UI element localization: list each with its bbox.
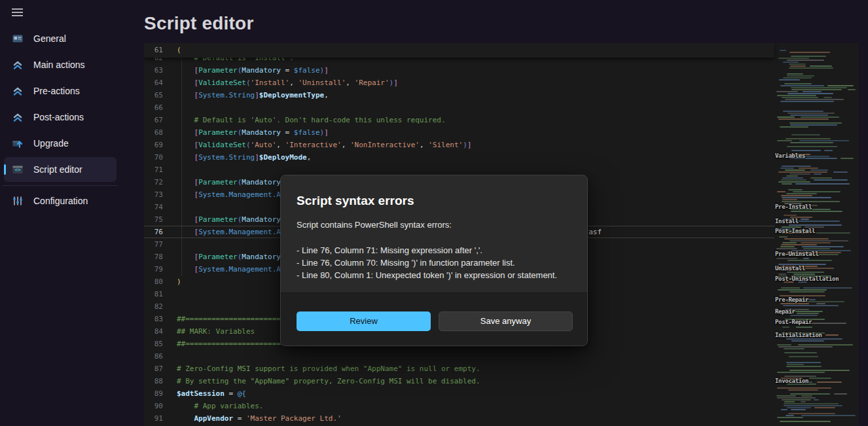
sidebar-item-script-editor[interactable]: <>Script editor xyxy=(0,156,119,183)
line-number: 86 xyxy=(144,350,172,363)
minimap-code-line xyxy=(791,87,847,88)
line-number: 89 xyxy=(144,387,172,400)
minimap-code-line xyxy=(786,366,822,367)
minimap-code-line xyxy=(817,382,842,383)
sidebar-item-post-actions[interactable]: Post-actions xyxy=(0,104,119,130)
dialog-error-list: - Line 76, Column 71: Missing expression… xyxy=(297,244,557,281)
svg-text:<>: <> xyxy=(14,167,21,173)
minimap-code-line xyxy=(782,327,789,328)
minimap-code-line xyxy=(784,403,839,404)
minimap-code-line xyxy=(791,340,824,342)
minimap-code-line xyxy=(789,52,830,53)
code-line-68: 68 [Parameter(Mandatory = $false)] xyxy=(144,126,774,139)
minimap-code-line xyxy=(790,393,830,395)
sidebar-item-general[interactable]: General xyxy=(0,26,119,52)
minimap-code-line xyxy=(784,401,795,402)
minimap-code-line xyxy=(777,372,825,373)
minimap-code-line xyxy=(780,126,808,128)
code-line-87: 87# Zero-Config MSI support is provided … xyxy=(144,363,774,375)
minimap-code-line xyxy=(784,352,817,353)
minimap-code-line xyxy=(790,142,833,143)
sidebar-item-label: Script editor xyxy=(33,156,82,183)
hamburger-menu-button[interactable] xyxy=(10,7,25,20)
minimap-code-line xyxy=(787,260,832,261)
line-content: [ValidateSet('Install', 'Uninstall', 'Re… xyxy=(177,77,398,89)
minimap-code-line xyxy=(787,272,824,273)
sidebar-item-main-actions[interactable]: Main actions xyxy=(0,52,119,78)
minimap[interactable]: VariablesPre-InstallInstallPost-InstallP… xyxy=(774,43,859,426)
minimap-code-line xyxy=(777,387,831,389)
minimap-code-line xyxy=(787,146,837,147)
minimap-code-line xyxy=(782,166,811,167)
line-number: 83 xyxy=(144,313,172,325)
minimap-code-line xyxy=(777,397,816,399)
minimap-code-line xyxy=(816,303,825,304)
minimap-code-line xyxy=(789,63,806,65)
sidebar: GeneralMain actionsPre-actionsPost-actio… xyxy=(0,0,131,426)
line-number: 68 xyxy=(144,126,172,139)
line-number: 79 xyxy=(144,263,172,275)
minimap-code-line xyxy=(783,62,799,63)
line-number: 76 xyxy=(144,226,172,238)
sidebar-item-configuration[interactable]: Configuration xyxy=(0,188,119,214)
code-line-67: 67 # Default is 'Auto'. Don't hard-code … xyxy=(144,114,774,126)
minimap-code-line xyxy=(791,89,842,90)
upgrade-icon xyxy=(12,137,24,149)
line-number: 71 xyxy=(144,164,172,176)
minimap-code-line xyxy=(781,195,812,196)
minimap-code-line xyxy=(799,168,818,169)
line-number: 69 xyxy=(144,139,172,151)
minimap-section-label: Pre-Install xyxy=(775,204,812,210)
line-content: [System.String]$DeploymentType, xyxy=(177,89,329,101)
sidebar-divider xyxy=(3,185,118,186)
minimap-code-line xyxy=(790,115,828,116)
sidebar-item-label: Configuration xyxy=(33,188,88,214)
minimap-code-line xyxy=(789,370,850,371)
minimap-code-line xyxy=(790,124,837,126)
review-button[interactable]: Review xyxy=(297,311,431,331)
minimap-code-line xyxy=(785,99,844,100)
minimap-code-line xyxy=(786,415,794,416)
code-icon: <> xyxy=(12,164,24,175)
line-number: 72 xyxy=(144,176,172,188)
minimap-code-line xyxy=(798,344,853,346)
minimap-code-line xyxy=(776,395,796,397)
minimap-code-line xyxy=(833,171,848,173)
minimap-code-line xyxy=(810,169,828,171)
sidebar-item-pre-actions[interactable]: Pre-actions xyxy=(0,78,119,104)
line-number: 81 xyxy=(144,288,172,300)
dialog-title: Script syntax errors xyxy=(297,194,414,208)
minimap-code-line xyxy=(781,244,817,245)
code-line-65: 65 [System.String]$DeploymentType, xyxy=(144,89,774,101)
minimap-section-label: Uninstall xyxy=(775,265,805,272)
hamburger-icon xyxy=(10,7,25,20)
line-number: 67 xyxy=(144,114,172,126)
minimap-code-line xyxy=(782,399,811,400)
minimap-code-line xyxy=(796,327,812,328)
minimap-code-line xyxy=(841,158,854,159)
minimap-code-line xyxy=(814,407,835,408)
minimap-code-line xyxy=(795,183,850,185)
minimap-code-line xyxy=(785,169,805,171)
minimap-code-line xyxy=(784,348,805,349)
save-anyway-button[interactable]: Save anyway xyxy=(439,311,573,331)
minimap-code-line xyxy=(776,248,797,249)
minimap-code-line xyxy=(780,50,786,51)
minimap-code-line xyxy=(778,58,809,59)
code-line-64: 64 [ValidateSet('Install', 'Uninstall', … xyxy=(144,77,774,89)
line-number: 74 xyxy=(144,201,172,213)
sticky-scroll-line: 61 ( xyxy=(144,43,774,58)
minimap-code-line xyxy=(786,338,842,340)
line-content: ## MARK: Variables xyxy=(177,325,255,338)
minimap-code-line xyxy=(787,60,824,61)
line-content: # Zero-Config MSI support is provided wh… xyxy=(177,363,480,375)
minimap-section-label: Post-Uninstallation xyxy=(775,275,839,282)
minimap-section-label: Pre-Uninstall xyxy=(775,251,819,257)
minimap-code-line xyxy=(789,67,833,69)
minimap-code-line xyxy=(790,315,818,316)
minimap-code-line xyxy=(778,274,786,275)
minimap-section-label: Post-Install xyxy=(775,228,815,234)
sidebar-item-upgrade[interactable]: Upgrade xyxy=(0,130,119,156)
minimap-code-line xyxy=(790,65,806,67)
minimap-code-line xyxy=(801,415,856,416)
